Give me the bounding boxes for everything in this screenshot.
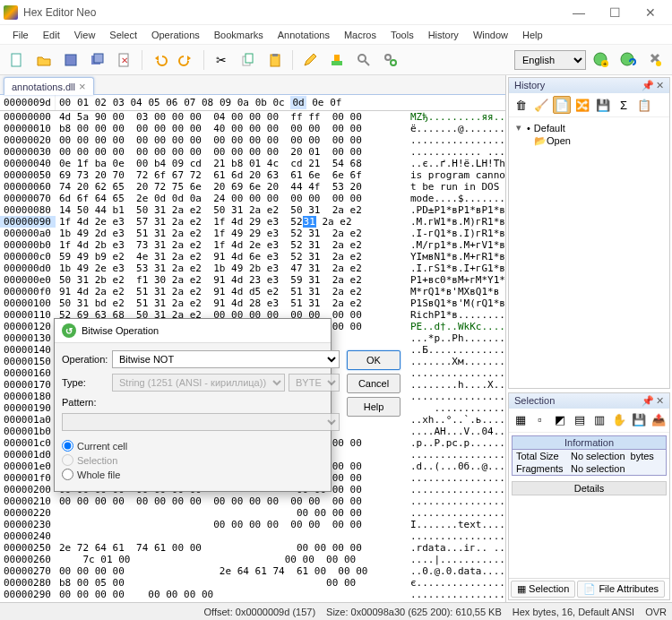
hist-purge-icon[interactable]: 🧹 — [532, 96, 550, 114]
cancel-button[interactable]: Cancel — [347, 374, 401, 393]
hex-row[interactable]: 0000008014 50 44 b1 50 31 2a e2 50 31 2a… — [0, 204, 505, 216]
panel-close-icon[interactable]: ✕ — [656, 80, 664, 91]
hex-row[interactable]: 000000706d 6f 64 65 2e 0d 0d 0a 24 00 00… — [0, 193, 505, 204]
hist-stats-icon[interactable]: Σ — [615, 96, 633, 114]
hex-row[interactable]: 00000280b8 00 05 00 00 00є..............… — [0, 577, 505, 589]
menu-annotations[interactable]: Annotations — [271, 28, 337, 42]
language-select[interactable]: English — [514, 50, 586, 70]
menu-macros[interactable]: Macros — [337, 28, 383, 42]
tab-selection[interactable]: ▦ Selection — [511, 581, 575, 598]
hex-row[interactable]: 0000027000 00 00 00 2e 64 61 74 61 00 00… — [0, 565, 505, 577]
edit-icon[interactable] — [298, 48, 322, 72]
hex-row[interactable]: 0000021000 00 00 00 00 00 00 00 00 00 00… — [0, 495, 505, 507]
minimize-button[interactable]: — — [561, 2, 597, 23]
close-button[interactable]: ✕ — [633, 2, 668, 23]
sel-none-icon[interactable]: ▫ — [531, 411, 548, 429]
menu-window[interactable]: Window — [466, 28, 515, 42]
details-header[interactable]: Details — [512, 481, 667, 495]
hex-row[interactable]: 000000e050 31 2b e2 f1 30 2a e2 91 4d 23… — [0, 274, 505, 286]
hex-row[interactable]: 00000260 7c 01 00 00 00 00 00 ....|.....… — [0, 554, 505, 565]
dialog-title: Bitwise Operation — [82, 325, 159, 336]
cut-icon[interactable]: ✂ — [210, 48, 233, 72]
tab-close-icon[interactable]: × — [79, 80, 86, 93]
replace-icon[interactable] — [379, 48, 402, 72]
history-item-open[interactable]: 📂Open — [514, 134, 664, 148]
panel-close-icon[interactable]: ✕ — [656, 395, 664, 407]
hex-row[interactable]: 000002a02e 70 64 61 74 61 00 00 .pdata..… — [0, 600, 505, 602]
hex-row[interactable]: 000000901f 4d 2e e3 57 31 2a e2 1f 4d 29… — [0, 216, 505, 228]
hex-row[interactable]: 000000a01b 49 2d e3 51 31 2a e2 1f 49 29… — [0, 228, 505, 239]
hex-row[interactable]: 0000006074 20 62 65 20 72 75 6e 20 69 6e… — [0, 181, 505, 193]
undo-icon[interactable] — [148, 48, 171, 72]
new-icon[interactable] — [5, 48, 29, 72]
hex-row[interactable]: 000000400e 1f ba 0e 00 b4 09 cd 21 b8 01… — [0, 158, 505, 169]
globe-refresh-icon[interactable] — [616, 48, 640, 72]
tab-file-attrs[interactable]: 📄 File Attributes — [577, 581, 665, 598]
menu-tools[interactable]: Tools — [383, 28, 421, 42]
help-button[interactable]: Help — [347, 397, 401, 417]
hex-row[interactable]: 0000005069 73 20 70 72 6f 67 72 61 6d 20… — [0, 169, 505, 181]
open-icon[interactable] — [32, 48, 56, 72]
sel-hand-icon[interactable]: ✋ — [610, 411, 627, 429]
menu-history[interactable]: History — [421, 28, 466, 42]
menu-select[interactable]: Select — [102, 28, 144, 42]
hex-row[interactable]: 0000002000 00 00 00 00 00 00 00 00 00 00… — [0, 134, 505, 146]
hex-row[interactable]: 0000003000 00 00 00 00 00 00 00 00 00 00… — [0, 146, 505, 158]
maximize-button[interactable]: ☐ — [597, 2, 633, 23]
svg-rect-10 — [272, 54, 278, 56]
menu-operations[interactable]: Operations — [144, 28, 207, 42]
history-root[interactable]: ▾•Default — [514, 121, 664, 134]
hex-row[interactable]: 000000c059 49 b9 e2 4e 31 2a e2 91 4d 6e… — [0, 251, 505, 263]
operation-label: Operation: — [62, 354, 108, 365]
hex-row[interactable]: 000000b01f 4d 2b e3 73 31 2a e2 1f 4d 2e… — [0, 239, 505, 251]
hist-copy-icon[interactable]: 📋 — [635, 96, 653, 114]
type-label: Type: — [62, 377, 108, 388]
hex-row[interactable]: 0000029000 00 00 00 00 00 00 00 ........… — [0, 589, 505, 600]
hex-row[interactable]: 00000230 00 00 00 00 00 00 00 00I.......… — [0, 519, 505, 530]
hex-row[interactable]: 000000d01b 49 2e e3 53 31 2a e2 1b 49 2b… — [0, 263, 505, 274]
redo-icon[interactable] — [175, 48, 198, 72]
menu-file[interactable]: File — [5, 28, 36, 42]
copy-icon[interactable] — [237, 48, 260, 72]
sel-save-icon[interactable]: 💾 — [630, 411, 647, 429]
hex-row[interactable]: 000000f091 4d 2a e2 51 31 2a e2 91 4d d5… — [0, 286, 505, 297]
radio-current-cell[interactable]: Current cell — [62, 440, 340, 452]
sel-grid1-icon[interactable]: ▤ — [571, 411, 588, 429]
highlight-icon[interactable] — [325, 48, 349, 72]
settings-icon[interactable] — [643, 48, 667, 72]
hex-row[interactable]: 000002502e 72 64 61 74 61 00 00 00 00 00… — [0, 542, 505, 554]
hist-save-icon[interactable]: 💾 — [594, 96, 612, 114]
paste-icon[interactable] — [263, 48, 287, 72]
operation-select[interactable]: Bitwise NOT — [112, 350, 340, 368]
hex-row[interactable]: 000000004d 5a 90 00 03 00 00 00 04 00 00… — [0, 111, 505, 123]
menu-edit[interactable]: Edit — [36, 28, 67, 42]
dialog-icon: ↺ — [62, 323, 76, 338]
sel-invert-icon[interactable]: ◩ — [551, 411, 568, 429]
globe-add-icon[interactable]: + — [590, 48, 613, 72]
pin-icon[interactable]: 📌 — [642, 80, 654, 91]
hist-branch-icon[interactable]: 🔀 — [573, 96, 591, 114]
status-offset: Offset: 0x0000009d (157) — [204, 607, 316, 617]
menu-help[interactable]: Help — [515, 28, 550, 42]
sel-grid2-icon[interactable]: ▥ — [590, 411, 607, 429]
info-header: Information — [513, 436, 666, 450]
radio-whole-file[interactable]: Whole file — [62, 469, 340, 480]
menu-bookmarks[interactable]: Bookmarks — [207, 28, 271, 42]
sel-export-icon[interactable]: 📤 — [650, 411, 667, 429]
hist-delete-icon[interactable]: 🗑 — [512, 96, 530, 114]
pin-icon[interactable]: 📌 — [642, 395, 654, 407]
hex-row[interactable]: 00000240 ................ — [0, 530, 505, 542]
save-icon[interactable] — [59, 48, 82, 72]
close-file-icon[interactable]: ✕ — [113, 48, 136, 72]
saveall-icon[interactable] — [86, 48, 109, 72]
hist-tree-icon[interactable]: 📄 — [553, 96, 571, 114]
app-icon — [4, 5, 18, 20]
menu-view[interactable]: View — [67, 28, 103, 42]
find-icon[interactable] — [352, 48, 375, 72]
hex-row[interactable]: 00000220 00 00 00 00................ — [0, 507, 505, 519]
hex-row[interactable]: 0000010050 31 bd e2 51 31 2a e2 91 4d 28… — [0, 297, 505, 309]
ok-button[interactable]: OK — [347, 350, 401, 370]
hex-row[interactable]: 00000010b8 00 00 00 00 00 00 00 40 00 00… — [0, 123, 505, 134]
file-tab[interactable]: annotations.dll × — [4, 77, 94, 95]
sel-all-icon[interactable]: ▦ — [512, 411, 529, 429]
